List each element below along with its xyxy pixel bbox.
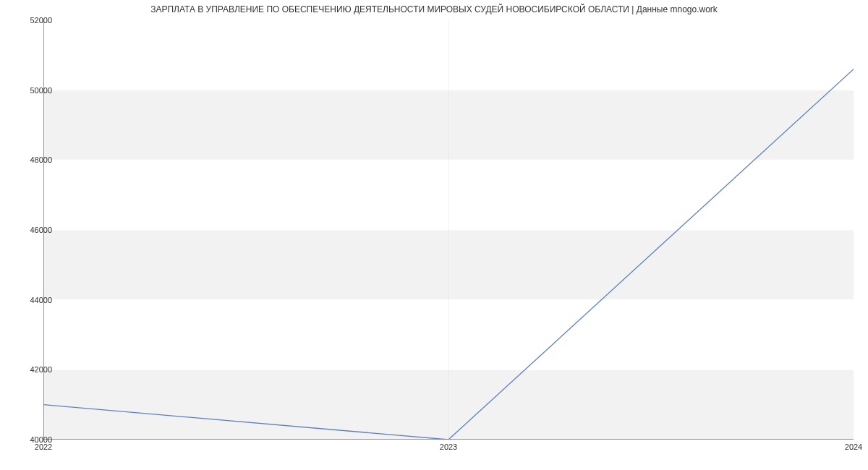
- y-tick-label: 46000: [9, 226, 52, 234]
- chart-title: ЗАРПЛАТА В УПРАВЛЕНИЕ ПО ОБЕСПЕЧЕНИЮ ДЕЯ…: [0, 0, 868, 14]
- chart-plot-area: [43, 20, 854, 440]
- y-tick-label: 44000: [9, 296, 52, 304]
- y-tick-label: 48000: [9, 155, 52, 164]
- y-tick-label: 52000: [9, 16, 52, 25]
- x-tick-label: 2024: [845, 443, 862, 451]
- x-tick-label: 2022: [35, 443, 52, 451]
- chart-svg: [43, 20, 854, 440]
- x-tick-label: 2023: [440, 443, 457, 451]
- y-tick-label: 42000: [9, 365, 52, 374]
- y-tick-label: 50000: [9, 86, 52, 95]
